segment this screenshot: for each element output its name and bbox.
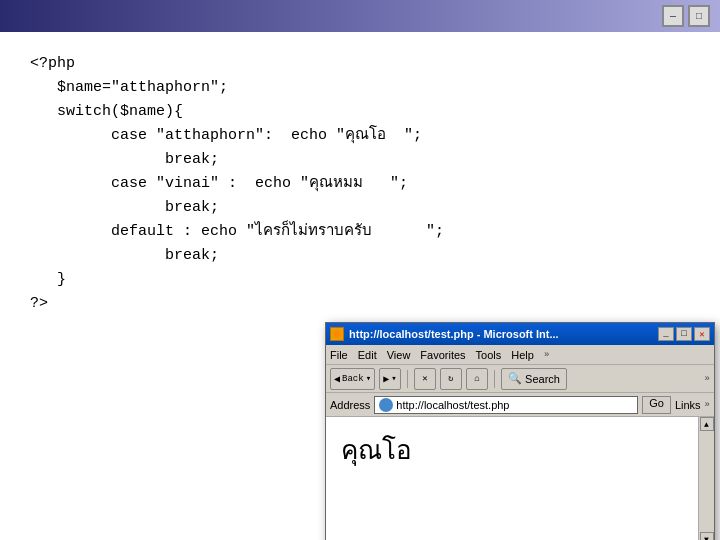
- code-line-5: case "atthaphorn": echo "คุณโอ ";: [30, 124, 690, 148]
- stop-button[interactable]: ✕: [414, 368, 436, 390]
- browser-close-button[interactable]: ✕: [694, 327, 710, 341]
- toolbar-separator-1: [407, 370, 408, 388]
- links-label: Links: [675, 399, 701, 411]
- refresh-button[interactable]: ↻: [440, 368, 462, 390]
- back-arrow-icon: ◀: [334, 373, 340, 385]
- maximize-icon[interactable]: □: [688, 5, 710, 27]
- forward-arrow-icon: ▶: [383, 373, 389, 385]
- browser-title: http://localhost/test.php - Microsoft In…: [349, 328, 655, 340]
- refresh-icon: ↻: [448, 373, 453, 384]
- search-label: Search: [525, 373, 560, 385]
- search-button[interactable]: 🔍 Search: [501, 368, 567, 390]
- browser-content: คุณโอ ▲ ▼: [326, 417, 714, 540]
- code-line-1: <?php: [30, 52, 690, 76]
- code-line-9: default : echo "ไครก็ไม่ทราบครับ ";: [30, 220, 690, 244]
- code-line-8: break;: [30, 196, 690, 220]
- toolbar-overflow-icon[interactable]: »: [705, 374, 710, 384]
- menu-view[interactable]: View: [387, 349, 411, 361]
- browser-minimize-button[interactable]: _: [658, 327, 674, 341]
- code-line-3: $name="atthaphorn";: [30, 76, 690, 100]
- browser-titlebar: http://localhost/test.php - Microsoft In…: [326, 323, 714, 345]
- address-input[interactable]: http://localhost/test.php: [374, 396, 638, 414]
- search-icon: 🔍: [508, 372, 522, 385]
- back-label: Back: [342, 374, 364, 384]
- code-line-11: }: [30, 268, 690, 292]
- page-content-text: คุณโอ: [341, 429, 699, 470]
- scroll-down-button[interactable]: ▼: [700, 532, 714, 540]
- forward-dropdown-icon: ▾: [391, 373, 396, 384]
- code-line-10: break;: [30, 244, 690, 268]
- back-button[interactable]: ◀ Back ▾: [330, 368, 375, 390]
- menu-favorites[interactable]: Favorites: [420, 349, 465, 361]
- window-controls: — □: [662, 5, 710, 27]
- code-line-6: break;: [30, 148, 690, 172]
- presentation-titlebar: — □: [0, 0, 720, 32]
- menu-edit[interactable]: Edit: [358, 349, 377, 361]
- code-line-12: ?>: [30, 292, 690, 316]
- home-button[interactable]: ⌂: [466, 368, 488, 390]
- browser-window: http://localhost/test.php - Microsoft In…: [325, 322, 715, 540]
- menu-overflow-icon[interactable]: »: [544, 350, 549, 360]
- address-label: Address: [330, 399, 370, 411]
- forward-button[interactable]: ▶ ▾: [379, 368, 401, 390]
- stop-icon: ✕: [422, 373, 427, 384]
- address-globe-icon: [379, 398, 393, 412]
- menu-tools[interactable]: Tools: [476, 349, 502, 361]
- browser-scrollbar[interactable]: ▲ ▼: [698, 417, 714, 540]
- browser-window-buttons: _ □ ✕: [658, 327, 710, 341]
- go-button[interactable]: Go: [642, 396, 671, 414]
- browser-favicon: [330, 327, 344, 341]
- code-line-7: case "vinai" : echo "คุณหมม ";: [30, 172, 690, 196]
- toolbar-separator-2: [494, 370, 495, 388]
- home-icon: ⌂: [474, 374, 479, 384]
- browser-menubar: File Edit View Favorites Tools Help »: [326, 345, 714, 365]
- back-dropdown-icon: ▾: [366, 373, 371, 384]
- browser-addressbar: Address http://localhost/test.php Go Lin…: [326, 393, 714, 417]
- slide-content: <?php $name="atthaphorn"; switch($name){…: [0, 32, 720, 540]
- address-url: http://localhost/test.php: [396, 399, 509, 411]
- minimize-icon[interactable]: —: [662, 5, 684, 27]
- code-block: <?php $name="atthaphorn"; switch($name){…: [30, 52, 690, 316]
- browser-maximize-button[interactable]: □: [676, 327, 692, 341]
- menu-help[interactable]: Help: [511, 349, 534, 361]
- address-overflow-icon[interactable]: »: [705, 400, 710, 410]
- svg-point-0: [333, 330, 341, 338]
- scroll-up-button[interactable]: ▲: [700, 417, 714, 431]
- browser-toolbar: ◀ Back ▾ ▶ ▾ ✕ ↻ ⌂ 🔍 Search: [326, 365, 714, 393]
- menu-file[interactable]: File: [330, 349, 348, 361]
- code-line-4: switch($name){: [30, 100, 690, 124]
